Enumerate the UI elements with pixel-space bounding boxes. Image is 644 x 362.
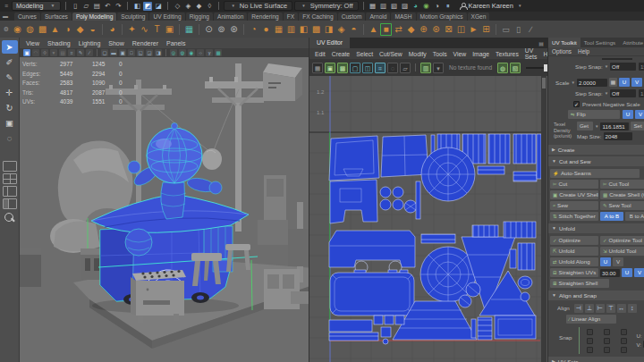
snap-checkbox[interactable] <box>587 338 593 344</box>
poly-torus-icon[interactable]: ◑ <box>62 23 73 36</box>
unfold-along-v-button[interactable]: V <box>613 257 623 266</box>
quad-draw-icon[interactable]: ◓ <box>348 23 360 36</box>
uv-menu-edit[interactable]: Edit <box>315 51 326 57</box>
unfold-along-u-button[interactable]: U <box>600 257 611 266</box>
unfold-button[interactable]: ⇱Unfold <box>550 247 598 256</box>
straighten-shell-button[interactable]: ⊞Straighten Shell <box>550 279 609 288</box>
poly-sphere-icon[interactable]: ◉ <box>12 23 23 36</box>
uv-menu-modify[interactable]: Modify <box>409 51 427 57</box>
scale-pivot-icon[interactable]: ▦ <box>609 78 617 87</box>
uv-distortion-icon[interactable]: ▦ <box>312 63 323 73</box>
uv-layout-icon[interactable]: ⊞ <box>480 23 492 36</box>
select-component-icon[interactable]: ◪ <box>154 2 163 11</box>
separate-icon[interactable]: ● <box>260 23 272 36</box>
zoom-tool-icon[interactable] <box>4 213 15 223</box>
section-create[interactable]: ▶ Create <box>548 145 644 155</box>
viewport-menu-renderer[interactable]: Renderer <box>132 40 158 46</box>
target-weld-icon[interactable]: ◈ <box>335 23 347 36</box>
uv-shade-shells-icon[interactable]: ▣ <box>325 63 335 73</box>
flip-u-button[interactable]: U <box>623 110 633 119</box>
construction-plane-icon[interactable]: ▦ <box>183 23 195 36</box>
scale-tool[interactable]: ▣ <box>2 116 18 130</box>
texel-value-field[interactable]: 116.1851 <box>600 122 629 130</box>
select-tool[interactable]: ➤ <box>2 40 18 54</box>
snap-checkbox[interactable] <box>621 329 627 335</box>
stitch-together-button[interactable]: ⇅Stitch Together <box>550 212 598 221</box>
shelf-tab-xgen[interactable]: XGen <box>468 13 490 21</box>
uv-image-folder-icon[interactable]: ▱ <box>400 63 411 73</box>
move-tool[interactable]: ✛ <box>2 86 18 99</box>
viewport-menu-shading[interactable]: Shading <box>47 40 71 46</box>
uv-menu-select[interactable]: Select <box>356 51 373 57</box>
view-transform-icon[interactable]: ▦ <box>215 49 222 56</box>
slider-track[interactable] <box>602 58 632 60</box>
uv-spherical-icon[interactable]: ⊛ <box>430 23 442 36</box>
rotate-step-snap-mode[interactable]: Off <box>610 63 636 71</box>
shelf-tab-custom[interactable]: Custom <box>338 13 366 21</box>
uv-dim-image-icon[interactable]: ◌ <box>387 63 398 73</box>
camera-attributes-icon[interactable]: ✣ <box>41 49 48 56</box>
svg-tool-icon[interactable]: ▣ <box>164 23 175 36</box>
lock-camera-icon[interactable]: ◠ <box>32 49 39 56</box>
a-to-b-button[interactable]: A to B <box>600 212 623 221</box>
texel-set-button[interactable]: Set <box>631 122 644 130</box>
chevron-down-icon[interactable]: ▼ <box>595 124 598 129</box>
shelf-tab-rendering[interactable]: Rendering <box>248 13 282 21</box>
select-hierarchy-icon[interactable]: ◧ <box>132 2 141 11</box>
skin-bind-icon[interactable]: ⊛ <box>228 23 240 36</box>
joint-tool-icon[interactable]: ⊙ <box>203 23 215 36</box>
snap-checkbox[interactable] <box>604 347 610 353</box>
shelf-tab-animation[interactable]: Animation <box>214 13 247 21</box>
lasso-tool[interactable]: ✐ <box>2 55 18 69</box>
shelf-tab-arnold[interactable]: Arnold <box>366 13 390 21</box>
flip-button[interactable]: ⇋ Flip <box>568 110 620 119</box>
snap-checkbox[interactable] <box>621 347 627 353</box>
create-shell-grid-button[interactable]: ▦Create Shell (Grid) <box>600 190 644 199</box>
chevron-down-icon[interactable]: ▼ <box>605 64 608 69</box>
film-gate-icon[interactable]: ✎ <box>77 49 84 56</box>
snap-curve-icon[interactable]: ◈ <box>183 2 192 11</box>
shelf-tab-uv-editing[interactable]: UV Editing <box>149 13 184 21</box>
texture-dim-slider[interactable] <box>526 67 547 69</box>
chevron-down-icon[interactable]: ▼ <box>571 80 574 85</box>
motion-blur-icon[interactable]: ◨ <box>155 49 162 56</box>
pause-icon[interactable]: ⏸ <box>444 2 453 11</box>
uv-camera-icon[interactable]: ◆ <box>405 23 417 36</box>
gate-mask-icon[interactable]: ∕ <box>86 49 93 56</box>
lights-icon[interactable]: □ <box>128 49 135 56</box>
uv-editor-tab[interactable]: UV Editor <box>309 38 350 48</box>
multi-cut-icon[interactable]: ◨ <box>323 23 335 36</box>
shelf-tab-curves[interactable]: Curves <box>14 13 40 21</box>
toolkit-menu-options[interactable]: Options <box>552 48 572 55</box>
shelf-menu-icon[interactable]: ▬ <box>3 13 8 19</box>
shelf-tab-surfaces[interactable]: Surfaces <box>41 13 72 21</box>
symmetry-dropdown[interactable]: ▼ Symmetry: Off <box>294 1 358 11</box>
sweep-mesh-icon[interactable]: ✦ <box>126 23 138 36</box>
uv-menu-image[interactable]: Image <box>472 51 489 57</box>
combine-icon[interactable]: ◔ <box>248 23 259 36</box>
snap-checkbox[interactable] <box>604 338 610 344</box>
tab-tool-settings[interactable]: Tool Settings <box>580 38 619 47</box>
unfold-along-button[interactable]: ⇄Unfold Along <box>550 257 598 266</box>
crease-tool-icon[interactable]: ▯ <box>513 23 524 36</box>
perspective-viewport[interactable]: View Shading Lighting Show Renderer Pane… <box>20 38 309 362</box>
layout-outliner-pane-button[interactable] <box>3 198 17 209</box>
render-settings-icon[interactable]: ▨ <box>401 2 410 11</box>
unfold-tool-button[interactable]: ⇲Unfold Tool <box>600 247 644 256</box>
poly-cube-icon[interactable]: ◍ <box>24 23 36 36</box>
straighten-angle-field[interactable]: 30.00 <box>600 269 620 277</box>
last-tool[interactable]: ◌ <box>2 131 18 145</box>
uv-isolate-icon[interactable]: ◍ <box>497 63 508 73</box>
snap-checkbox[interactable] <box>621 338 627 344</box>
layout-single-pane-button[interactable] <box>3 161 17 172</box>
account-menu[interactable]: Kareen Kareen ▼ <box>460 2 524 10</box>
uv-menu-tools[interactable]: Tools <box>433 51 447 57</box>
uv-grid-icon[interactable]: ◫ <box>362 63 373 73</box>
wireframe-icon[interactable]: ▢ <box>101 49 108 56</box>
redo-icon[interactable]: ↷ <box>114 2 123 11</box>
panel-menu-icon[interactable]: ▤ <box>538 40 544 46</box>
section-unfold[interactable]: ▼ Unfold <box>548 223 644 233</box>
texture-display-icon[interactable]: ▥ <box>420 63 431 73</box>
viewport-menu-lighting[interactable]: Lighting <box>79 40 101 46</box>
tab-attribute-editor[interactable]: Attribute Edit <box>619 38 644 47</box>
